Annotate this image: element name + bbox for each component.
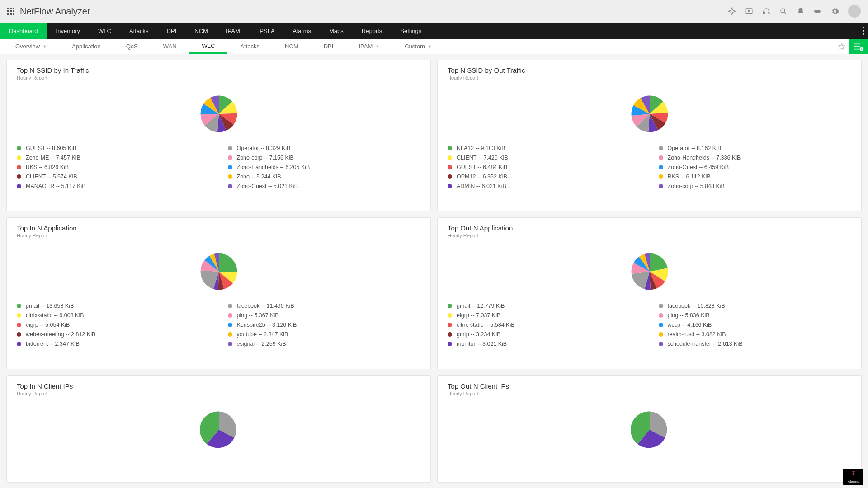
nav-ipam[interactable]: IPAM — [217, 23, 249, 39]
favorite-icon[interactable] — [834, 39, 849, 54]
headset-icon[interactable] — [762, 7, 770, 15]
subnav-overview[interactable]: Overview▼ — [3, 39, 59, 54]
legend-item[interactable]: Zoho-Handhelds -- 7.336 KiB — [659, 155, 852, 161]
legend-item[interactable]: NFA12 -- 9.183 KiB — [448, 145, 641, 151]
widget-title: Top Out N Application — [448, 224, 851, 232]
subnav-attacks[interactable]: Attacks — [227, 39, 272, 54]
legend-item[interactable]: Zoho-ME -- 7.457 KiB — [17, 155, 210, 161]
widget-subtitle: Hourly Report — [17, 391, 420, 396]
widget-card: Top In N Application Hourly Report gmail… — [6, 217, 431, 369]
screen-icon[interactable] — [745, 7, 753, 15]
legend-item[interactable]: esignal -- 2.259 KiB — [228, 341, 421, 347]
gear-icon[interactable] — [831, 7, 839, 15]
legend-item[interactable]: Operator -- 8.162 KiB — [659, 145, 852, 151]
legend-item[interactable]: Zoho-Guest -- 6.459 KiB — [659, 164, 852, 170]
svg-rect-6 — [815, 10, 820, 13]
legend-item[interactable]: OPM12 -- 6.352 KiB — [448, 174, 641, 180]
nav-reports[interactable]: Reports — [353, 23, 392, 39]
legend-item[interactable]: facebook -- 10.828 KiB — [659, 303, 852, 309]
legend-item[interactable]: CLIENT -- 7.420 KiB — [448, 155, 641, 161]
widget-subtitle: Hourly Report — [448, 233, 851, 238]
legend-text: Zoho-Guest -- 6.459 KiB — [668, 164, 729, 170]
legend-item[interactable]: Zoho-corp -- 5.848 KiB — [659, 183, 852, 189]
legend-item[interactable]: Zoho -- 5.244 KiB — [228, 174, 421, 180]
sub-nav: Overview▼ApplicationQoSWANWLCAttacksNCMD… — [0, 39, 868, 54]
legend-item[interactable]: CLIENT -- 5.574 KiB — [17, 174, 210, 180]
nav-settings[interactable]: Settings — [391, 23, 430, 39]
widget-header: Top In N Client IPs Hourly Report — [7, 376, 430, 401]
subnav-wlc[interactable]: WLC — [189, 39, 228, 54]
legend-item[interactable]: eigrp -- 7.037 KiB — [448, 312, 641, 319]
legend-item[interactable]: GUEST -- 6.484 KiB — [448, 164, 641, 170]
legend-text: eigrp -- 5.054 KiB — [26, 322, 70, 328]
alarm-badge[interactable]: 7 Alarms — [843, 469, 863, 485]
legend-item[interactable]: ping -- 5.836 KiB — [659, 312, 852, 319]
legend-item[interactable]: wccp -- 4.166 KiB — [659, 322, 852, 328]
legend-dot — [17, 165, 21, 169]
subnav-dpi[interactable]: DPI — [311, 39, 346, 54]
nav-more-icon[interactable] — [863, 23, 864, 39]
legend-item[interactable]: gmail -- 13.658 KiB — [17, 303, 210, 309]
legend-item[interactable]: RKS -- 6.112 KiB — [659, 174, 852, 180]
legend-item[interactable]: schedule-transfer -- 2.613 KiB — [659, 341, 852, 347]
subnav-qos[interactable]: QoS — [113, 39, 151, 54]
subnav-application[interactable]: Application — [59, 39, 113, 54]
legend-item[interactable]: citrix-static -- 6.003 KiB — [17, 312, 210, 319]
nav-dpi[interactable]: DPI — [158, 23, 186, 39]
subnav-ipam[interactable]: IPAM▼ — [346, 39, 392, 54]
subnav-label: NCM — [285, 43, 298, 50]
legend-item[interactable]: youtube -- 2.347 KiB — [228, 331, 421, 338]
legend-item[interactable]: realm-rusd -- 3.082 KiB — [659, 331, 852, 338]
legend-dot — [17, 313, 21, 318]
legend-item[interactable]: eigrp -- 5.054 KiB — [17, 322, 210, 328]
legend-item[interactable]: Zoho-Guest -- 5.021 KiB — [228, 183, 421, 189]
legend-item[interactable]: citrix-static -- 5.584 KiB — [448, 322, 641, 328]
battery-icon[interactable] — [814, 7, 822, 15]
legend-item[interactable]: Operator -- 8.329 KiB — [228, 145, 421, 151]
nav-attacks[interactable]: Attacks — [120, 23, 158, 39]
legend-item[interactable]: RKS -- 6.826 KiB — [17, 164, 210, 170]
nav-alarms[interactable]: Alarms — [284, 23, 320, 39]
legend-item[interactable]: webex-meeting -- 2.812 KiB — [17, 331, 210, 338]
nav-ipsla[interactable]: IPSLA — [249, 23, 284, 39]
subnav-ncm[interactable]: NCM — [272, 39, 311, 54]
legend-dot — [659, 155, 663, 160]
svg-point-4 — [781, 9, 785, 13]
legend-item[interactable]: ADMIN -- 6.021 KiB — [448, 183, 641, 189]
legend-item[interactable]: GUEST -- 8.605 KiB — [17, 145, 210, 151]
pie-wrap — [448, 251, 851, 292]
nav-dashboard[interactable]: Dashboard — [0, 23, 47, 39]
legend-item[interactable]: MANAGER -- 5.117 KiB — [17, 183, 210, 189]
legend-item[interactable]: Zoho-Handhelds -- 6.205 KiB — [228, 164, 421, 170]
legend-item[interactable]: gmail -- 12.779 KiB — [448, 303, 641, 309]
legend-item[interactable]: Konspire2b -- 3.126 KiB — [228, 322, 421, 328]
pie-chart — [198, 251, 239, 292]
subnav-custom[interactable]: Custom▼ — [392, 39, 444, 54]
nav-inventory[interactable]: Inventory — [47, 23, 89, 39]
widget-header: Top Out N Client IPs Hourly Report — [438, 376, 861, 401]
rocket-icon[interactable] — [728, 7, 736, 15]
legend-item[interactable]: gmtp -- 3.234 KiB — [448, 331, 641, 338]
nav-maps[interactable]: Maps — [320, 23, 353, 39]
legend-dot — [228, 342, 232, 346]
legend-dot — [448, 332, 452, 337]
legend-item[interactable]: ping -- 5.367 KiB — [228, 312, 421, 319]
search-icon[interactable] — [779, 7, 788, 15]
legend-item[interactable]: monitor -- 3.021 KiB — [448, 341, 641, 347]
chevron-down-icon: ▼ — [428, 44, 432, 49]
legend-item[interactable]: facebook -- 11.490 KiB — [228, 303, 421, 309]
legend-text: realm-rusd -- 3.082 KiB — [668, 331, 726, 338]
legend-text: ping -- 5.836 KiB — [668, 312, 710, 319]
nav-ncm[interactable]: NCM — [185, 23, 217, 39]
legend-item[interactable]: bittorrent -- 2.347 KiB — [17, 341, 210, 347]
subnav-wan[interactable]: WAN — [151, 39, 189, 54]
nav-wlc[interactable]: WLC — [89, 23, 120, 39]
widget-header: Top In N Application Hourly Report — [7, 218, 430, 243]
avatar[interactable] — [848, 5, 861, 18]
legend-item[interactable]: Zoho-corp -- 7.156 KiB — [228, 155, 421, 161]
widget-subtitle: Hourly Report — [17, 75, 420, 80]
legend-dot — [448, 184, 452, 188]
add-widget-button[interactable] — [849, 39, 868, 54]
bell-icon[interactable] — [797, 7, 805, 15]
app-switcher-icon[interactable] — [7, 8, 14, 15]
